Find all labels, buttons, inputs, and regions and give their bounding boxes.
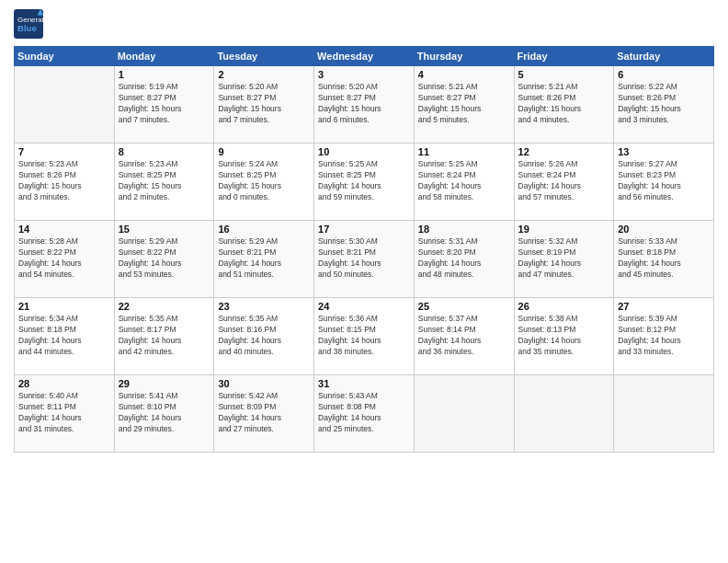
weekday-header: Wednesday: [314, 47, 415, 66]
calendar-cell: 26Sunrise: 5:38 AM Sunset: 8:13 PM Dayli…: [514, 298, 614, 375]
day-info: Sunrise: 5:38 AM Sunset: 8:13 PM Dayligh…: [518, 314, 610, 358]
calendar-cell: [614, 375, 714, 453]
day-number: 13: [618, 146, 710, 157]
day-info: Sunrise: 5:21 AM Sunset: 8:27 PM Dayligh…: [418, 82, 510, 126]
calendar-cell: 19Sunrise: 5:32 AM Sunset: 8:19 PM Dayli…: [514, 221, 614, 298]
calendar-cell: 21Sunrise: 5:34 AM Sunset: 8:18 PM Dayli…: [15, 298, 115, 375]
calendar-cell: 6Sunrise: 5:22 AM Sunset: 8:26 PM Daylig…: [614, 66, 714, 144]
calendar-table: SundayMondayTuesdayWednesdayThursdayFrid…: [14, 46, 714, 453]
day-info: Sunrise: 5:30 AM Sunset: 8:21 PM Dayligh…: [318, 236, 410, 281]
calendar-cell: 24Sunrise: 5:36 AM Sunset: 8:15 PM Dayli…: [314, 298, 415, 375]
day-info: Sunrise: 5:20 AM Sunset: 8:27 PM Dayligh…: [318, 82, 410, 126]
calendar-cell: 27Sunrise: 5:39 AM Sunset: 8:12 PM Dayli…: [614, 298, 714, 375]
calendar-cell: 3Sunrise: 5:20 AM Sunset: 8:27 PM Daylig…: [314, 66, 415, 144]
calendar-cell: 17Sunrise: 5:30 AM Sunset: 8:21 PM Dayli…: [314, 221, 415, 298]
calendar-cell: [414, 375, 514, 453]
day-number: 19: [518, 224, 610, 235]
day-number: 10: [318, 146, 410, 157]
day-info: Sunrise: 5:23 AM Sunset: 8:25 PM Dayligh…: [119, 159, 210, 203]
calendar-cell: 1Sunrise: 5:19 AM Sunset: 8:27 PM Daylig…: [114, 66, 214, 144]
calendar-cell: 18Sunrise: 5:31 AM Sunset: 8:20 PM Dayli…: [414, 221, 514, 298]
weekday-header: Tuesday: [214, 47, 314, 66]
calendar-cell: 20Sunrise: 5:33 AM Sunset: 8:18 PM Dayli…: [614, 221, 714, 298]
day-info: Sunrise: 5:29 AM Sunset: 8:22 PM Dayligh…: [119, 236, 210, 281]
weekday-header: Saturday: [614, 47, 714, 66]
day-info: Sunrise: 5:20 AM Sunset: 8:27 PM Dayligh…: [218, 82, 310, 126]
day-info: Sunrise: 5:25 AM Sunset: 8:25 PM Dayligh…: [318, 159, 410, 203]
calendar-week-row: 1Sunrise: 5:19 AM Sunset: 8:27 PM Daylig…: [15, 66, 714, 144]
day-info: Sunrise: 5:29 AM Sunset: 8:21 PM Dayligh…: [218, 236, 310, 281]
day-number: 16: [218, 224, 310, 235]
day-number: 20: [618, 224, 710, 235]
day-info: Sunrise: 5:28 AM Sunset: 8:22 PM Dayligh…: [18, 236, 110, 281]
calendar-cell: [514, 375, 614, 453]
day-number: 17: [318, 224, 410, 235]
day-info: Sunrise: 5:24 AM Sunset: 8:25 PM Dayligh…: [218, 159, 310, 203]
weekday-header: Thursday: [414, 47, 514, 66]
day-info: Sunrise: 5:41 AM Sunset: 8:10 PM Dayligh…: [119, 391, 210, 435]
calendar-cell: 13Sunrise: 5:27 AM Sunset: 8:23 PM Dayli…: [614, 144, 714, 221]
day-info: Sunrise: 5:25 AM Sunset: 8:24 PM Dayligh…: [418, 159, 510, 203]
day-info: Sunrise: 5:23 AM Sunset: 8:26 PM Dayligh…: [18, 159, 110, 203]
logo: General Blue: [14, 9, 47, 39]
day-number: 15: [119, 224, 210, 235]
day-number: 3: [318, 69, 410, 80]
calendar-week-row: 28Sunrise: 5:40 AM Sunset: 8:11 PM Dayli…: [15, 375, 714, 453]
day-info: Sunrise: 5:35 AM Sunset: 8:16 PM Dayligh…: [218, 314, 310, 358]
calendar-week-row: 14Sunrise: 5:28 AM Sunset: 8:22 PM Dayli…: [15, 221, 714, 298]
day-info: Sunrise: 5:33 AM Sunset: 8:18 PM Dayligh…: [618, 236, 710, 281]
logo-icon: General Blue: [14, 9, 43, 39]
day-number: 8: [119, 146, 210, 157]
day-number: 2: [218, 69, 310, 80]
day-number: 12: [518, 146, 610, 157]
svg-text:Blue: Blue: [17, 23, 37, 33]
calendar-week-row: 7Sunrise: 5:23 AM Sunset: 8:26 PM Daylig…: [15, 144, 714, 221]
calendar-cell: 15Sunrise: 5:29 AM Sunset: 8:22 PM Dayli…: [114, 221, 214, 298]
day-number: 21: [18, 301, 110, 312]
day-info: Sunrise: 5:31 AM Sunset: 8:20 PM Dayligh…: [418, 236, 510, 281]
day-info: Sunrise: 5:35 AM Sunset: 8:17 PM Dayligh…: [119, 314, 210, 358]
calendar-cell: 12Sunrise: 5:26 AM Sunset: 8:24 PM Dayli…: [514, 144, 614, 221]
page-header: General Blue: [14, 9, 714, 39]
day-info: Sunrise: 5:19 AM Sunset: 8:27 PM Dayligh…: [119, 82, 210, 126]
day-info: Sunrise: 5:27 AM Sunset: 8:23 PM Dayligh…: [618, 159, 710, 203]
calendar-header-row: SundayMondayTuesdayWednesdayThursdayFrid…: [15, 47, 714, 66]
calendar-cell: 7Sunrise: 5:23 AM Sunset: 8:26 PM Daylig…: [15, 144, 115, 221]
day-number: 14: [18, 224, 110, 235]
day-number: 23: [218, 301, 310, 312]
calendar-cell: 2Sunrise: 5:20 AM Sunset: 8:27 PM Daylig…: [214, 66, 314, 144]
day-info: Sunrise: 5:32 AM Sunset: 8:19 PM Dayligh…: [518, 236, 610, 281]
calendar-cell: 23Sunrise: 5:35 AM Sunset: 8:16 PM Dayli…: [214, 298, 314, 375]
day-info: Sunrise: 5:26 AM Sunset: 8:24 PM Dayligh…: [518, 159, 610, 203]
day-number: 4: [418, 69, 510, 80]
day-info: Sunrise: 5:36 AM Sunset: 8:15 PM Dayligh…: [318, 314, 410, 358]
calendar-cell: 8Sunrise: 5:23 AM Sunset: 8:25 PM Daylig…: [114, 144, 214, 221]
calendar-cell: 11Sunrise: 5:25 AM Sunset: 8:24 PM Dayli…: [414, 144, 514, 221]
weekday-header: Friday: [514, 47, 614, 66]
weekday-header: Sunday: [15, 47, 115, 66]
day-number: 27: [618, 301, 710, 312]
day-number: 11: [418, 146, 510, 157]
calendar-cell: 22Sunrise: 5:35 AM Sunset: 8:17 PM Dayli…: [114, 298, 214, 375]
day-info: Sunrise: 5:39 AM Sunset: 8:12 PM Dayligh…: [618, 314, 710, 358]
day-number: 24: [318, 301, 410, 312]
day-info: Sunrise: 5:37 AM Sunset: 8:14 PM Dayligh…: [418, 314, 510, 358]
day-info: Sunrise: 5:40 AM Sunset: 8:11 PM Dayligh…: [18, 391, 110, 435]
day-number: 25: [418, 301, 510, 312]
day-number: 6: [618, 69, 710, 80]
day-number: 5: [518, 69, 610, 80]
day-info: Sunrise: 5:43 AM Sunset: 8:08 PM Dayligh…: [318, 391, 410, 435]
day-number: 31: [318, 378, 410, 389]
day-number: 7: [18, 146, 110, 157]
calendar-cell: 31Sunrise: 5:43 AM Sunset: 8:08 PM Dayli…: [314, 375, 415, 453]
day-info: Sunrise: 5:22 AM Sunset: 8:26 PM Dayligh…: [618, 82, 710, 126]
day-number: 22: [119, 301, 210, 312]
day-number: 28: [18, 378, 110, 389]
day-info: Sunrise: 5:34 AM Sunset: 8:18 PM Dayligh…: [18, 314, 110, 358]
calendar-cell: 14Sunrise: 5:28 AM Sunset: 8:22 PM Dayli…: [15, 221, 115, 298]
day-number: 26: [518, 301, 610, 312]
day-number: 30: [218, 378, 310, 389]
calendar-cell: [15, 66, 115, 144]
calendar-cell: 4Sunrise: 5:21 AM Sunset: 8:27 PM Daylig…: [414, 66, 514, 144]
calendar-week-row: 21Sunrise: 5:34 AM Sunset: 8:18 PM Dayli…: [15, 298, 714, 375]
